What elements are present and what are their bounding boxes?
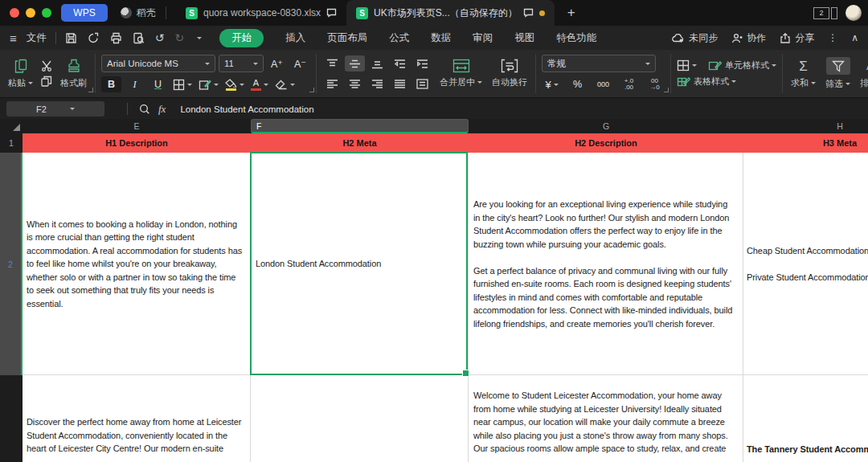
wps-home-button[interactable]: WPS [61,4,108,22]
document-tab-2-active[interactable]: S UK市场列表页S...（自动保存的） [346,0,555,26]
tab-page-layout[interactable]: 页面布局 [327,31,367,45]
tab-home-active[interactable]: 开始 [219,29,264,47]
paste-button[interactable]: 粘贴 [6,58,35,89]
row-header-2-selected[interactable]: 2 [0,153,23,375]
number-format-select[interactable]: 常规 [542,55,656,72]
cell-E1[interactable]: H1 Description [23,133,251,153]
more-commands-chevron[interactable] [197,37,202,39]
search-icon[interactable] [139,104,150,115]
dialog-launcher[interactable] [88,88,93,92]
row-header-3[interactable] [0,375,23,462]
tab-view[interactable]: 视图 [514,31,534,45]
currency-button[interactable]: ¥ [542,76,562,92]
cell-H2[interactable]: Cheap Student Accommodation Private Stud… [743,153,868,375]
decrease-indent-button[interactable] [390,55,410,72]
copy-icon[interactable] [40,76,53,87]
increase-font-button[interactable]: A⁺ [267,55,287,72]
undo-button[interactable]: ↺ [155,32,165,43]
wrap-text-button[interactable]: 自动换行 [489,59,530,88]
fx-icon[interactable]: fx [158,103,166,116]
output-icon[interactable] [88,32,100,44]
percent-button[interactable]: % [567,76,588,92]
cell-G3[interactable]: Welcome to Student Leicester Accommodati… [469,375,743,462]
align-left-button[interactable] [322,76,342,92]
dialog-launcher[interactable] [664,88,669,92]
user-avatar[interactable] [845,5,862,21]
row-header-1[interactable]: 1 [0,133,23,153]
cell-E2[interactable]: When it comes to booking a holiday in Lo… [23,153,250,375]
format-painter-button[interactable]: 格式刷 [58,58,89,89]
sum-button[interactable]: Σ 求和 [788,59,818,89]
dialog-launcher[interactable] [309,88,314,92]
font-name-select[interactable]: Arial Unicode MS [101,55,215,72]
align-middle-button[interactable] [345,55,365,72]
select-all-corner[interactable] [0,119,23,133]
collaborate-button[interactable]: 协作 [731,31,766,45]
save-icon[interactable] [65,32,77,44]
collapse-ribbon-button[interactable]: ∧ [851,32,858,43]
sort-button[interactable]: A↓ 排序 [858,59,868,89]
tab-review[interactable]: 审阅 [473,31,493,45]
document-tab-1[interactable]: S quora workspace-0830.xlsx [176,0,346,26]
cell-E3[interactable]: Discover the perfect home away from home… [23,375,250,462]
eraser-button[interactable] [273,76,297,92]
tab-insert[interactable]: 插入 [285,31,305,45]
thousands-separator-button[interactable]: 000 [593,76,613,92]
print-icon[interactable] [110,32,122,44]
decrease-font-button[interactable]: A⁻ [290,55,310,72]
borders-button[interactable] [171,76,194,92]
window-switcher-button[interactable]: 2 [813,7,837,19]
align-center-button[interactable] [345,76,365,92]
cell-G1[interactable]: H2 Description [469,133,743,153]
cell-F1[interactable]: H2 Meta [251,133,469,153]
cell-F2-selected[interactable]: London Student Accommodation [251,153,468,375]
minimize-button[interactable] [26,8,35,18]
italic-button[interactable]: I [125,76,145,92]
distributed-align-button[interactable] [412,76,432,92]
cell-H3[interactable]: The Tannery Student Accommodation [743,375,868,462]
hamburger-menu-button[interactable]: ≡ [10,31,17,45]
cell-G2[interactable]: Are you looking for an exceptional livin… [469,153,743,375]
formula-input[interactable]: London Student Accommodation [180,104,313,114]
merge-center-button[interactable]: 合并居中 [437,59,485,88]
justify-button[interactable] [390,76,410,92]
cell-style-button[interactable]: 单元格样式 [708,59,776,72]
align-top-button[interactable] [322,55,342,72]
align-right-button[interactable] [367,76,387,92]
column-header-F-selected[interactable]: F [251,119,469,133]
font-color-button[interactable]: A [249,76,270,92]
increase-decimal-button[interactable]: +.0 .00 [619,76,639,92]
redo-button[interactable]: ↻ [175,32,185,43]
increase-indent-button[interactable] [412,55,432,72]
font-size-select[interactable]: 11 [219,55,264,72]
new-tab-button[interactable]: + [563,5,580,21]
tab-special-features[interactable]: 特色功能 [556,31,596,45]
draw-border-button[interactable] [197,76,220,92]
tab-data[interactable]: 数据 [431,31,451,45]
tab-formulas[interactable]: 公式 [389,31,409,45]
docer-tab[interactable]: 稻壳 [121,6,156,20]
conditional-format-button[interactable] [677,59,697,72]
column-header-H[interactable]: H [743,119,868,133]
more-options-button[interactable]: ⋮ [828,32,837,43]
align-bottom-button[interactable] [367,55,387,72]
file-menu[interactable]: 文件 [27,31,47,45]
comment-bubble-icon[interactable] [523,8,534,18]
filter-button[interactable]: 筛选 [823,57,853,90]
fullscreen-button[interactable] [42,8,51,18]
decrease-decimal-button[interactable]: 00 →0 [645,76,665,92]
close-button[interactable] [10,8,19,18]
share-button[interactable]: 分享 [780,31,814,45]
underline-button[interactable]: U [148,76,168,92]
comment-bubble-icon[interactable] [326,8,337,18]
print-preview-icon[interactable] [133,32,145,44]
table-style-button[interactable]: 表格样式 [677,76,776,88]
cut-icon[interactable] [40,60,53,72]
fill-color-button[interactable] [223,76,246,92]
bold-button[interactable]: B [101,76,121,92]
column-header-E[interactable]: E [23,119,251,133]
cell-H1[interactable]: H3 Meta [743,133,868,153]
column-header-G[interactable]: G [469,119,743,133]
name-box[interactable]: F2 [6,101,104,117]
sync-status-button[interactable]: 未同步 [672,31,718,45]
